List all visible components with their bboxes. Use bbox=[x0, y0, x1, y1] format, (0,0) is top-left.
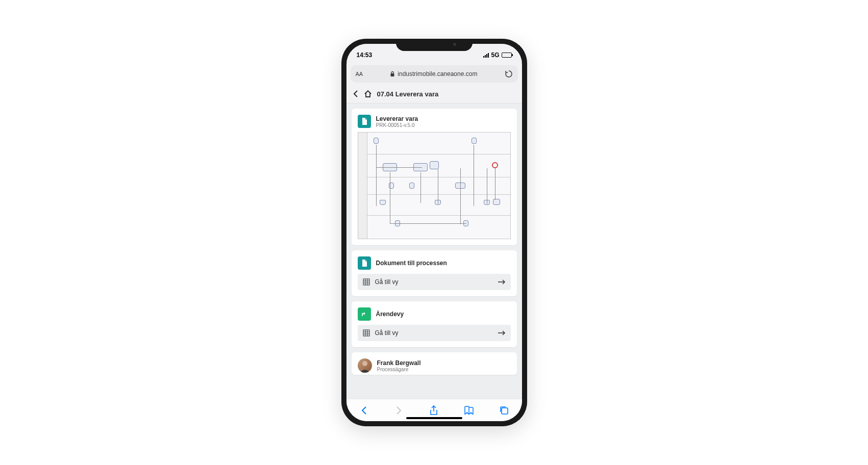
phone-device-frame: 14:53 5G AA industrimobile.caneaone.com bbox=[341, 39, 527, 426]
phone-notch bbox=[396, 39, 473, 51]
documents-card: Dokument till processen Gå till vy bbox=[352, 250, 517, 296]
safari-address-bar[interactable]: AA industrimobile.caneaone.com bbox=[351, 65, 518, 83]
nav-forward-icon bbox=[393, 405, 405, 416]
reload-icon[interactable] bbox=[505, 70, 513, 78]
svg-rect-4 bbox=[502, 408, 508, 414]
page-title: 07.04 Leverera vara bbox=[377, 90, 439, 98]
url-host: industrimobile.caneaone.com bbox=[398, 70, 477, 77]
case-icon bbox=[358, 307, 371, 321]
process-code: PRK-00051-v.5.0 bbox=[376, 122, 418, 128]
owner-card: Frank Bergwall Processägare bbox=[352, 352, 517, 375]
home-icon[interactable] bbox=[364, 90, 372, 98]
caseview-goto-button[interactable]: Gå till vy bbox=[358, 325, 511, 341]
bookmarks-icon[interactable] bbox=[463, 405, 475, 416]
svg-point-3 bbox=[362, 361, 367, 366]
process-card: Levererar vara PRK-00051-v.5.0 bbox=[352, 109, 517, 245]
grid-icon bbox=[363, 278, 370, 286]
caseview-goto-label: Gå till vy bbox=[375, 329, 399, 337]
arrow-right-icon bbox=[498, 279, 506, 285]
home-indicator[interactable] bbox=[406, 417, 462, 419]
page-header: 07.04 Leverera vara bbox=[346, 85, 522, 104]
owner-role: Processägare bbox=[377, 367, 421, 372]
back-icon[interactable] bbox=[353, 90, 359, 97]
clock-text: 14:53 bbox=[357, 51, 373, 59]
nav-back-icon[interactable] bbox=[358, 405, 369, 416]
lock-icon bbox=[390, 71, 395, 77]
documents-goto-button[interactable]: Gå till vy bbox=[358, 274, 511, 290]
documents-goto-label: Gå till vy bbox=[375, 278, 399, 286]
network-label: 5G bbox=[491, 51, 499, 59]
avatar bbox=[358, 358, 372, 373]
battery-icon bbox=[502, 53, 512, 58]
svg-rect-2 bbox=[363, 330, 369, 336]
process-title: Levererar vara bbox=[376, 115, 418, 122]
svg-rect-1 bbox=[363, 279, 369, 285]
text-size-icon[interactable]: AA bbox=[356, 71, 363, 77]
share-icon[interactable] bbox=[428, 405, 439, 416]
svg-rect-0 bbox=[391, 73, 394, 76]
arrow-right-icon bbox=[498, 330, 506, 336]
document-icon bbox=[358, 115, 371, 128]
caseview-card: Ärendevy Gå till vy bbox=[352, 301, 517, 347]
bpmn-diagram[interactable] bbox=[358, 132, 511, 239]
signal-icon bbox=[483, 53, 489, 58]
documents-title: Dokument till processen bbox=[376, 260, 447, 267]
caseview-title: Ärendevy bbox=[376, 311, 404, 318]
phone-screen: 14:53 5G AA industrimobile.caneaone.com bbox=[346, 44, 522, 421]
grid-icon bbox=[363, 329, 370, 337]
document-icon bbox=[358, 256, 371, 270]
tabs-icon[interactable] bbox=[499, 405, 510, 416]
owner-name: Frank Bergwall bbox=[377, 359, 421, 367]
app-viewport: 07.04 Leverera vara Levererar vara PRK-0… bbox=[346, 85, 522, 399]
